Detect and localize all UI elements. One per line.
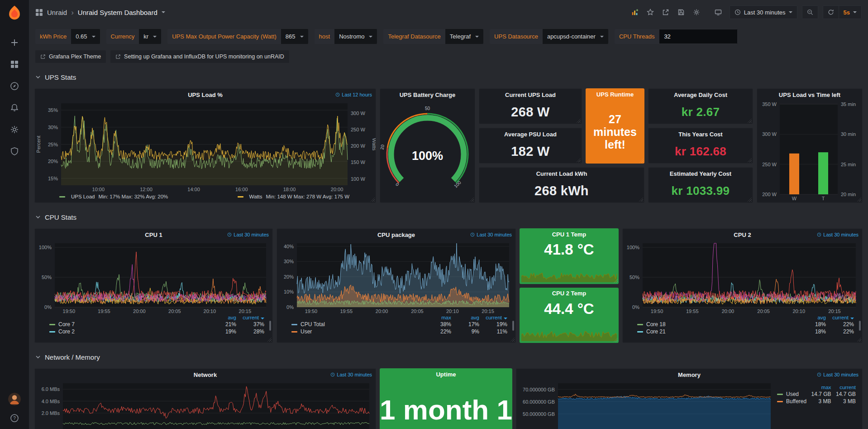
svg-text:20:10: 20:10 <box>204 308 216 314</box>
cpu-package-chart[interactable]: 0%10%20%30%40%19:5019:5520:0020:0520:102… <box>277 241 515 314</box>
legend-scrollbar[interactable] <box>859 321 861 331</box>
variable-value-dropdown[interactable]: Nostromo <box>334 29 377 44</box>
legend-scrollbar[interactable] <box>512 321 514 331</box>
legend-sort-header[interactable]: current <box>237 314 265 321</box>
panel-title[interactable]: This Years Cost <box>678 131 722 138</box>
panel-title[interactable]: CPU 2 <box>734 231 751 238</box>
series-color-icon <box>777 401 783 402</box>
legend-series[interactable]: UPS Load <box>71 194 95 199</box>
cycle-view-mode-button[interactable] <box>711 5 725 19</box>
legend-series[interactable]: Core 18 <box>636 321 799 328</box>
legend-sort-header[interactable]: avg <box>452 314 480 321</box>
configuration-gear-icon[interactable] <box>10 125 19 134</box>
refresh-button[interactable] <box>823 6 839 19</box>
legend-series[interactable]: Core 7 <box>48 321 209 328</box>
dashboard-title-caret-icon[interactable] <box>162 11 165 13</box>
legend-series[interactable]: Used <box>776 390 807 398</box>
help-icon[interactable]: ? <box>10 414 19 423</box>
variable-value-dropdown[interactable]: kr <box>139 29 161 44</box>
legend-series[interactable]: CPU Total <box>291 321 424 328</box>
legend-sort-header[interactable]: current <box>832 384 857 390</box>
time-range-picker[interactable]: Last 30 minutes <box>730 5 797 19</box>
legend-series[interactable]: Buffered <box>776 398 807 405</box>
legend-series[interactable]: User <box>291 328 424 335</box>
legend-sort-header[interactable]: current <box>480 314 508 321</box>
row-header-ups-stats[interactable]: UPS Stats <box>35 70 862 84</box>
series-color-icon <box>238 196 243 198</box>
panel-title[interactable]: Current UPS Load <box>505 92 556 98</box>
panel-title[interactable]: CPU 1 Temp <box>552 231 587 238</box>
svg-text:15%: 15% <box>48 176 58 181</box>
zoom-out-button[interactable] <box>802 5 818 19</box>
ups-load-chart[interactable]: 15%20%25%30%35%100 W150 W200 W250 W300 W… <box>35 101 376 193</box>
svg-text:20:15: 20:15 <box>482 308 494 314</box>
panel-cpu-package: CPU package Last 30 minutes 0%10%20%30%4… <box>277 228 516 343</box>
create-plus-icon[interactable] <box>10 38 19 47</box>
panel-title[interactable]: Network <box>194 371 217 378</box>
svg-text:200 W: 200 W <box>762 192 777 197</box>
panel-title[interactable]: CPU 1 <box>145 231 162 238</box>
svg-text:20:10: 20:10 <box>446 308 459 314</box>
panel-title[interactable]: Current Load kWh <box>536 170 587 177</box>
legend-scrollbar[interactable] <box>269 321 271 331</box>
variable-value-dropdown[interactable]: apcupsd-container <box>543 29 608 44</box>
panel-title[interactable]: UPS Runtime <box>596 91 634 98</box>
server-admin-shield-icon[interactable] <box>10 147 19 156</box>
row-header-cpu-stats[interactable]: CPU Stats <box>35 210 862 224</box>
panel-title[interactable]: CPU 2 Temp <box>552 290 587 297</box>
variable-value-dropdown[interactable]: Telegraf <box>445 29 483 44</box>
link-ups-monitoring-guide[interactable]: Setting up Grafana and InfluxDB for UPS … <box>110 50 289 63</box>
network-chart[interactable]: 2.0 MBs4.0 MBs6.0 MBs <box>35 381 376 429</box>
row-header-network-memory[interactable]: Network / Memory <box>35 350 862 364</box>
svg-text:350 W: 350 W <box>762 101 777 107</box>
panel-title[interactable]: UPS Load % <box>188 92 223 98</box>
dashboard-links-row: Grafana Plex Theme Setting up Grafana an… <box>29 44 868 63</box>
row-title: Network / Memory <box>45 353 100 361</box>
panel-title[interactable]: Estimated Yearly Cost <box>670 170 731 177</box>
grafana-logo-icon[interactable] <box>6 5 23 22</box>
panel-title[interactable]: CPU package <box>377 231 415 238</box>
panel-title[interactable]: Average Daily Cost <box>674 92 727 98</box>
panel-time-override: Last 30 minutes <box>817 372 858 377</box>
cpu2-chart[interactable]: 0%50%100%19:5019:5520:0020:0520:1020:15 <box>623 241 862 314</box>
legend-sort-header[interactable]: avg <box>209 314 237 321</box>
star-button[interactable] <box>644 5 657 19</box>
dashboards-icon[interactable] <box>10 60 19 69</box>
panel-title[interactable]: Uptime <box>436 371 456 378</box>
legend-sort-header[interactable]: avg <box>799 314 827 321</box>
legend-sort-header[interactable]: max <box>807 384 832 390</box>
alerting-bell-icon[interactable] <box>10 103 19 112</box>
panel-network: Network Last 30 minutes 2.0 MBs4.0 MBs6.… <box>34 368 376 429</box>
save-button[interactable] <box>674 5 688 19</box>
refresh-interval-picker[interactable]: 5s <box>839 6 861 19</box>
explore-compass-icon[interactable] <box>10 82 19 91</box>
cpu-threads-input[interactable] <box>659 29 738 44</box>
panel-title[interactable]: Average PSU Load <box>504 131 557 138</box>
legend-series[interactable]: Core 21 <box>636 328 799 335</box>
breadcrumb-dashboard-title[interactable]: Unraid System Dashboard <box>78 9 157 16</box>
link-grafana-plex-theme[interactable]: Grafana Plex Theme <box>35 50 106 63</box>
dashboard-settings-button[interactable] <box>690 5 703 19</box>
variable-value-dropdown[interactable]: 0.65 <box>71 29 100 44</box>
panel-title[interactable]: UPS Battery Charge <box>400 92 456 98</box>
legend-series[interactable]: Core 2 <box>48 328 209 335</box>
breadcrumb-folder[interactable]: Unraid <box>47 9 67 16</box>
legend-sort-header[interactable]: current <box>827 314 855 321</box>
user-avatar[interactable] <box>8 393 21 405</box>
svg-text:40%: 40% <box>284 244 294 249</box>
svg-text:100 W: 100 W <box>351 176 365 182</box>
variable-value-dropdown[interactable]: 865 <box>281 29 308 44</box>
panel-ups-runtime: UPS Runtime 27 minutes left! <box>586 88 644 164</box>
legend-value: 19% <box>209 328 237 335</box>
ups-load-vs-time-bar-chart[interactable]: 200 W250 W300 W350 W20 min25 min30 min35… <box>757 101 862 202</box>
legend-sort-header[interactable]: max <box>424 314 452 321</box>
svg-text:19:50: 19:50 <box>651 308 663 314</box>
cpu1-chart[interactable]: 0%50%100%19:5019:5520:0020:0520:1020:15 <box>35 241 272 314</box>
panel-title[interactable]: Memory <box>678 371 701 378</box>
share-button[interactable] <box>659 5 672 19</box>
memory-chart[interactable]: 50.000000 GB60.000000 GB70.000000 GB <box>516 381 776 429</box>
add-panel-button[interactable] <box>628 5 642 19</box>
legend-series[interactable]: Watts <box>249 194 262 199</box>
svg-text:T: T <box>822 196 825 201</box>
panel-title[interactable]: UPS Load vs Time left <box>779 92 840 98</box>
